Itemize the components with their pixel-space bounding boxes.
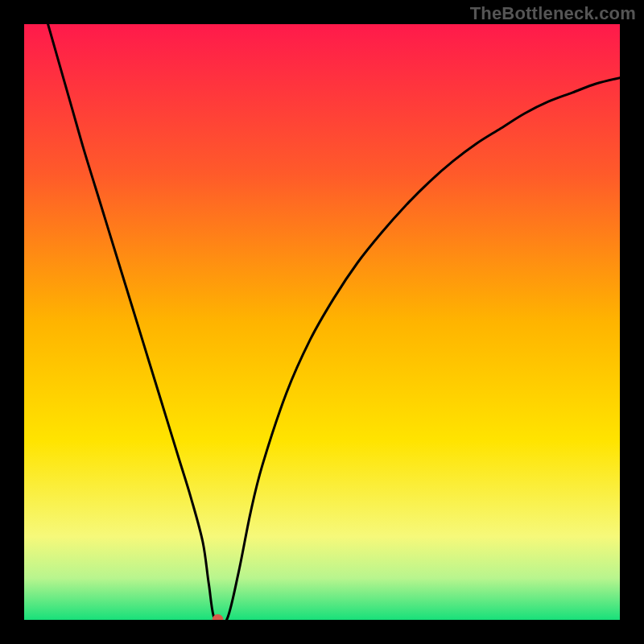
plot-area [24,24,620,620]
watermark-text: TheBottleneck.com [470,3,636,24]
gradient-background [24,24,620,620]
bottleneck-chart [24,24,620,620]
chart-frame: TheBottleneck.com [0,0,644,644]
